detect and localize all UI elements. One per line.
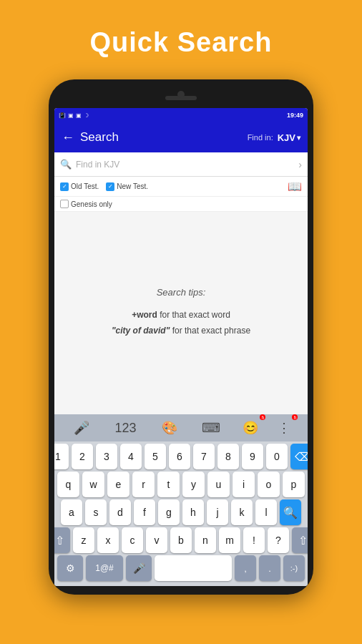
keyboard-bottom-row: ⚙ 1@# 🎤 , . :-) [57, 555, 305, 581]
app-bar: ← Search Find in: KJV ▾ [54, 122, 308, 152]
more-badge: h [292, 414, 298, 420]
key-3[interactable]: 3 [96, 444, 117, 469]
phone-screen: 📳 ▣ ▣ ☽ 19:49 ← Search Find in: KJV ▾ [54, 108, 308, 586]
key-search[interactable]: 🔍 [280, 499, 301, 525]
status-notification-icon: 📳 [59, 112, 66, 119]
keyboard-emoji-button[interactable]: 😊 [238, 417, 263, 439]
key-space[interactable] [155, 555, 232, 581]
tip2-suffix: for that exact phrase [170, 326, 250, 336]
filter-row-2: Genesis only [54, 197, 308, 212]
key-comma[interactable]: , [235, 555, 256, 581]
key-0[interactable]: 0 [266, 444, 288, 469]
keyboard-numbers-button[interactable]: 123 [107, 418, 143, 439]
key-backspace[interactable]: ⌫ [290, 444, 308, 469]
key-8[interactable]: 8 [217, 444, 239, 469]
content-area: Search tips: +word for that exact word "… [54, 212, 308, 414]
keyboard-keyboard-button[interactable]: ⌨ [195, 417, 228, 439]
new-test-label: New Test. [117, 182, 148, 190]
keyboard-mic-button[interactable]: 🎤 [67, 417, 97, 439]
key-u[interactable]: u [207, 472, 230, 497]
status-bar: 📳 ▣ ▣ ☽ 19:49 [54, 108, 308, 122]
new-test-checkbox[interactable]: ✓ New Test. [106, 182, 148, 191]
key-a[interactable]: a [61, 499, 82, 525]
key-o[interactable]: o [258, 472, 280, 497]
search-input-row: 🔍 Find in KJV › [54, 152, 308, 177]
key-exclaim[interactable]: ! [243, 527, 265, 553]
page-title: Quick Search [90, 27, 273, 58]
tip1-suffix: for that exact word [157, 310, 230, 320]
key-4[interactable]: 4 [120, 444, 142, 469]
emoji-badge: h [260, 414, 265, 420]
keyboard-toolbar: 🎤 123 🎨 ⌨ 😊 h ⋮ h [54, 414, 308, 441]
status-time: 19:49 [287, 112, 303, 119]
key-m[interactable]: m [219, 527, 240, 553]
key-123[interactable]: 1@# [86, 555, 123, 581]
key-7[interactable]: 7 [193, 444, 215, 469]
search-forward-arrow: › [298, 159, 302, 170]
keyboard-more-button[interactable]: ⋮ [273, 417, 295, 439]
key-q[interactable]: q [57, 472, 79, 497]
keyboard-row-qwerty: q w e r t y u i o p [57, 472, 305, 497]
genesis-only-checkbox[interactable]: Genesis only [60, 200, 112, 208]
keyboard-more-wrapper: ⋮ h [273, 417, 295, 439]
key-p[interactable]: p [283, 472, 305, 497]
status-moon-icon: ☽ [84, 112, 89, 119]
key-d[interactable]: d [109, 499, 131, 525]
app-bar-title: Search [80, 130, 119, 145]
key-1[interactable]: 1 [54, 444, 69, 469]
key-b[interactable]: b [170, 527, 192, 553]
key-f[interactable]: f [134, 499, 155, 525]
key-r[interactable]: r [132, 472, 155, 497]
find-in-label: Find in: [248, 133, 273, 142]
key-y[interactable]: y [182, 472, 205, 497]
status-signal-icon: ▣ [76, 112, 82, 119]
key-question[interactable]: ? [268, 527, 289, 553]
key-2[interactable]: 2 [72, 444, 93, 469]
keyboard-row-zxcv: ⇧ z x c v b n m ! ? ⇧ [57, 527, 305, 553]
key-shift[interactable]: ⇧ [54, 527, 70, 553]
key-e[interactable]: e [107, 472, 129, 497]
key-c[interactable]: c [122, 527, 143, 553]
tip1-word: +word [132, 310, 157, 320]
key-v[interactable]: v [146, 527, 167, 553]
genesis-only-label: Genesis only [71, 200, 112, 208]
key-i[interactable]: i [233, 472, 255, 497]
key-shift-right[interactable]: ⇧ [292, 527, 308, 553]
key-smiley[interactable]: :-) [283, 555, 305, 581]
search-placeholder[interactable]: Find in KJV [76, 160, 294, 170]
old-test-checkbox[interactable]: ✓ Old Test. [60, 182, 99, 191]
search-tips-title: Search tips: [157, 287, 206, 298]
key-bottom-mic[interactable]: 🎤 [126, 555, 152, 581]
search-tip-2: "city of david" for that exact phrase [112, 323, 250, 339]
key-5[interactable]: 5 [145, 444, 166, 469]
key-period[interactable]: . [259, 555, 280, 581]
filter-row-1: ✓ Old Test. ✓ New Test. 📖 [54, 177, 308, 197]
key-x[interactable]: x [97, 527, 119, 553]
key-w[interactable]: w [82, 472, 104, 497]
search-tip-1: +word for that exact word [132, 308, 230, 323]
key-k[interactable]: k [231, 499, 253, 525]
key-s[interactable]: s [85, 499, 107, 525]
key-9[interactable]: 9 [242, 444, 263, 469]
version-button[interactable]: KJV ▾ [278, 132, 300, 143]
back-icon[interactable]: ← [62, 130, 74, 145]
phone-frame: 📳 ▣ ▣ ☽ 19:49 ← Search Find in: KJV ▾ [49, 79, 313, 595]
keyboard-row-numbers: 1 2 3 4 5 6 7 8 9 0 ⌫ [57, 444, 305, 469]
key-h[interactable]: h [182, 499, 204, 525]
keyboard: 🎤 123 🎨 ⌨ 😊 h ⋮ h 1 2 3 4 5 [54, 414, 308, 586]
key-settings[interactable]: ⚙ [57, 555, 83, 581]
key-l[interactable]: l [255, 499, 277, 525]
keyboard-emoji-wrapper: 😊 h [238, 417, 263, 439]
key-n[interactable]: n [195, 527, 216, 553]
key-z[interactable]: z [73, 527, 94, 553]
key-6[interactable]: 6 [169, 444, 190, 469]
book-icon: 📖 [288, 180, 302, 193]
status-wifi-icon: ▣ [68, 112, 74, 119]
search-icon: 🔍 [60, 159, 72, 170]
tip2-phrase: "city of david" [112, 326, 170, 336]
key-t[interactable]: t [157, 472, 180, 497]
old-test-label: Old Test. [71, 182, 99, 190]
key-g[interactable]: g [158, 499, 180, 525]
keyboard-palette-button[interactable]: 🎨 [155, 417, 185, 439]
key-j[interactable]: j [207, 499, 228, 525]
